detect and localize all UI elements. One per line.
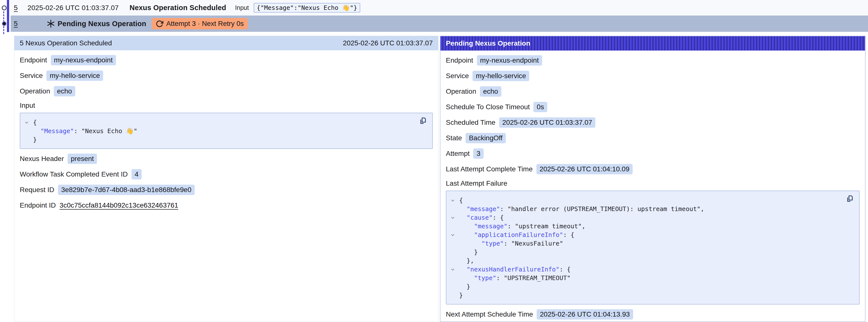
code-line: "nexusHandlerFailureInfo": { <box>446 265 839 274</box>
retry-attempt-badge: Attempt 3 · Next Retry 0s <box>152 18 248 29</box>
event-detail-fields: Endpointmy-nexus-endpointServicemy-hello… <box>20 55 433 97</box>
field-value-badge: 4 <box>131 169 142 180</box>
field-label: Scheduled Time <box>446 119 495 127</box>
detail-field-row: Operationecho <box>446 86 860 97</box>
failure-json-codeblock: { "message": "handler error (UPSTREAM_TI… <box>446 191 860 304</box>
pending-operation-fields: Endpointmy-nexus-endpointServicemy-hello… <box>446 55 860 174</box>
event-row-nexus-operation-scheduled[interactable]: 5 2025-02-26 UTC 01:03:37.07 Nexus Opera… <box>10 0 868 15</box>
pending-operation-panel: Pending Nexus Operation Endpointmy-nexus… <box>440 36 866 322</box>
event-input-label: Input <box>235 4 249 11</box>
collapse-chevron-icon[interactable] <box>446 215 459 220</box>
detail-field-row: Endpointmy-nexus-endpoint <box>446 55 860 66</box>
field-value-badge: 3 <box>473 149 484 159</box>
detail-field-row: Operationecho <box>20 86 433 97</box>
detail-field-row: Endpointmy-nexus-endpoint <box>20 55 433 66</box>
pending-asterisk-icon <box>46 19 55 28</box>
timeline-filled-circle-icon <box>1 21 7 27</box>
event-id-link[interactable]: 5 <box>14 4 18 12</box>
pending-operation-fields: Next Attempt Schedule Time2025-02-26 UTC… <box>446 309 860 320</box>
timeline-accent-bar <box>7 0 9 32</box>
event-detail-panel: 5 Nexus Operation Scheduled 2025-02-26 U… <box>14 36 438 322</box>
field-label: Operation <box>20 87 50 95</box>
field-value-badge: 2025-02-26 UTC 01:04:10.09 <box>536 164 632 174</box>
field-value-badge: 2025-02-26 UTC 01:04:13.93 <box>537 309 633 320</box>
event-detail-fields: Nexus HeaderpresentWorkflow Task Complet… <box>20 153 433 211</box>
code-line: "message": "handler error (UPSTREAM_TIME… <box>446 205 839 213</box>
retry-badge-text: Attempt 3 · Next Retry 0s <box>166 20 244 28</box>
code-line: "type": "UPSTREAM_TIMEOUT" <box>446 274 839 282</box>
panel-title: 5 Nexus Operation Scheduled <box>20 39 112 47</box>
event-timestamp: 2025-02-26 UTC 01:03:37.07 <box>28 4 119 12</box>
detail-panels: 5 Nexus Operation Scheduled 2025-02-26 U… <box>14 36 866 322</box>
code-line: { <box>20 118 412 127</box>
detail-field-row: Workflow Task Completed Event ID4 <box>20 169 433 180</box>
field-label: Nexus Header <box>20 155 64 163</box>
detail-field-row: Request ID3e829b7e-7d67-4b08-aad3-b1e868… <box>20 185 433 195</box>
collapse-chevron-icon[interactable] <box>446 198 459 203</box>
detail-field-row: Nexus Headerpresent <box>20 153 433 164</box>
field-value-badge: 0s <box>533 102 547 112</box>
code-line: } <box>446 282 839 291</box>
code-text: }, <box>459 256 474 265</box>
event-row-pending-nexus-operation[interactable]: 5 Pending Nexus Operation Attempt 3 · Ne… <box>10 15 868 32</box>
field-value-badge: my-hello-service <box>46 70 103 81</box>
code-line: "cause": { <box>446 213 839 222</box>
collapse-chevron-icon[interactable] <box>446 232 459 237</box>
field-value-badge: BackingOff <box>466 133 505 143</box>
code-text: } <box>459 248 478 256</box>
code-text: { <box>33 118 37 127</box>
event-detail-panel-header: 5 Nexus Operation Scheduled 2025-02-26 U… <box>14 36 438 50</box>
collapse-chevron-icon[interactable] <box>20 120 33 125</box>
copy-icon[interactable] <box>419 117 428 126</box>
code-text: } <box>459 282 470 291</box>
field-value-badge: echo <box>54 86 75 96</box>
input-section-label: Input <box>20 101 433 110</box>
field-value-badge: my-hello-service <box>472 71 529 81</box>
code-text: "applicationFailureInfo": { <box>459 230 575 239</box>
field-label: Workflow Task Completed Event ID <box>20 170 128 178</box>
detail-field-row: Next Attempt Schedule Time2025-02-26 UTC… <box>446 309 860 320</box>
code-text: } <box>33 135 37 144</box>
field-value-badge: my-nexus-endpoint <box>51 55 116 65</box>
failure-section-label: Last Attempt Failure <box>446 179 860 188</box>
detail-field-row: Scheduled Time2025-02-26 UTC 01:03:37.07 <box>446 117 860 128</box>
event-title: Nexus Operation Scheduled <box>129 4 226 12</box>
field-label: Operation <box>446 88 476 95</box>
input-json-codeblock: { "Message": "Nexus Echo 👋"} <box>20 113 433 149</box>
code-text: "type": "NexusFailure" <box>459 239 563 248</box>
code-text: "message": "upstream timeout", <box>459 222 586 230</box>
code-text: "type": "UPSTREAM_TIMEOUT" <box>459 274 571 282</box>
field-label: State <box>446 134 462 142</box>
code-line: } <box>446 291 839 299</box>
detail-field-row: Servicemy-hello-service <box>20 70 433 81</box>
field-value-badge: my-nexus-endpoint <box>477 55 542 66</box>
detail-field-row: Servicemy-hello-service <box>446 70 860 82</box>
event-id-link[interactable]: 5 <box>14 20 18 28</box>
field-value-badge: 3e829b7e-7d67-4b08-aad3-b1e868bfe9e0 <box>58 185 195 195</box>
field-value-badge: 2025-02-26 UTC 01:03:37.07 <box>499 117 595 128</box>
collapse-chevron-icon[interactable] <box>446 267 459 272</box>
pending-operation-title: Pending Nexus Operation <box>58 20 146 28</box>
code-text: } <box>459 291 463 299</box>
code-line: "type": "NexusFailure" <box>446 239 839 248</box>
field-label: Endpoint ID <box>20 201 56 209</box>
field-label: Request ID <box>20 186 54 194</box>
code-line: "applicationFailureInfo": { <box>446 230 839 239</box>
retry-icon <box>156 20 163 28</box>
field-value-badge: echo <box>480 86 501 97</box>
field-label: Attempt <box>446 150 469 158</box>
code-line: }, <box>446 256 839 265</box>
detail-field-row: Last Attempt Complete Time2025-02-26 UTC… <box>446 164 860 174</box>
field-value-badge: present <box>68 154 97 164</box>
code-line: } <box>20 135 412 144</box>
code-line: } <box>446 248 839 256</box>
code-text: "nexusHandlerFailureInfo": { <box>459 265 571 274</box>
field-label: Service <box>446 72 469 80</box>
copy-icon[interactable] <box>846 195 855 203</box>
detail-field-row: Endpoint ID3c0c75ccfa8144b092c13ce632463… <box>20 200 433 211</box>
field-label: Schedule To Close Timeout <box>446 103 530 111</box>
field-value-link[interactable]: 3c0c75ccfa8144b092c13ce632463761 <box>59 201 178 209</box>
field-label: Endpoint <box>20 56 47 64</box>
detail-field-row: Schedule To Close Timeout0s <box>446 102 860 112</box>
code-text: "message": "handler error (UPSTREAM_TIME… <box>459 205 704 213</box>
